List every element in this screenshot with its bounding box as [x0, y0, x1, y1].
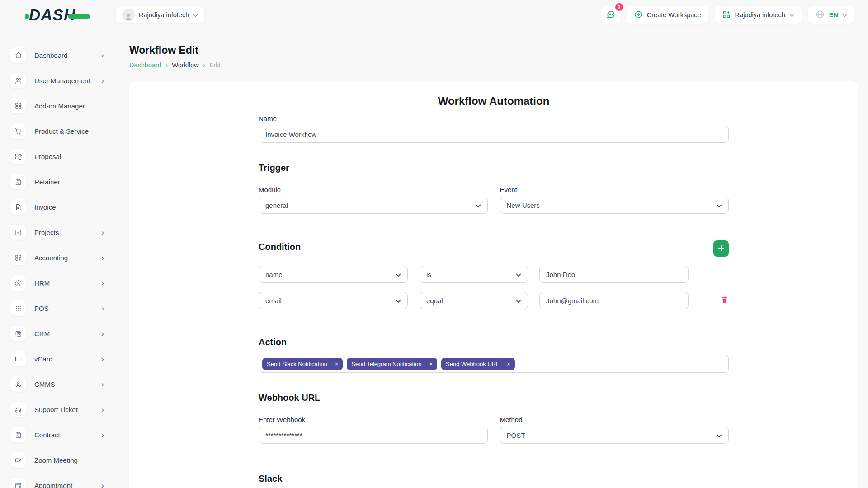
grid-icon [10, 98, 26, 113]
condition-operator-select[interactable]: is [420, 266, 528, 283]
chevron-down-icon [717, 202, 722, 209]
slack-heading: Slack [259, 474, 729, 484]
chevron-right-icon: › [101, 254, 104, 262]
chevron-right-icon: › [101, 52, 104, 59]
close-icon[interactable]: × [335, 361, 339, 367]
sidebar-item-invoice[interactable]: Invoice › [0, 194, 118, 220]
action-multiselect[interactable]: Send Slack Notification × Send Telegram … [259, 355, 729, 373]
sidebar-item-label: Accounting [34, 254, 68, 262]
sidebar-item-zoom-meeting[interactable]: Zoom Meeting › [0, 447, 118, 473]
event-select[interactable]: New Users [500, 197, 729, 214]
sidebar-item-label: HRM [34, 279, 50, 287]
grid-plus-icon [10, 250, 26, 265]
close-icon[interactable]: × [429, 361, 433, 367]
workspace-menu-button[interactable]: Rajodiya infotech [715, 6, 802, 24]
sidebar-item-label: Appointment [34, 482, 72, 488]
sidebar-item-label: Projects [34, 229, 59, 236]
logo-dot [25, 14, 29, 19]
chevron-right-icon: › [101, 431, 104, 439]
sidebar-item-label: CMMS [34, 380, 55, 388]
sidebar-nav: Dashboard › User Management › Add-on Man… [0, 30, 118, 488]
users-icon [10, 73, 26, 88]
sidebar-item-label: Add-on Manager [34, 102, 85, 110]
breadcrumb-workflow[interactable]: Workflow [172, 61, 198, 69]
topbar: DASH Rajodiya infotech 0 [0, 0, 868, 30]
chevron-right-icon: › [101, 380, 104, 388]
module-label: Module [259, 186, 488, 193]
workspace-grid-icon [722, 10, 731, 20]
chevron-down-icon [789, 11, 794, 19]
delete-condition-button[interactable] [721, 296, 729, 305]
workspace-menu-label: Rajodiya infotech [735, 11, 785, 19]
floppy-icon [10, 427, 26, 442]
sidebar-item-dashboard[interactable]: Dashboard › [0, 42, 118, 68]
method-select-value: POST [507, 432, 525, 439]
module-select[interactable]: general [259, 197, 488, 214]
create-workspace-button[interactable]: Create Workspace [627, 6, 708, 24]
sidebar-item-crm[interactable]: CRM › [0, 321, 118, 346]
sidebar-item-accounting[interactable]: Accounting › [0, 245, 118, 270]
webhook-input[interactable] [259, 427, 488, 444]
sidebar-item-label: User Management [34, 77, 90, 84]
module-select-value: general [265, 202, 288, 209]
chevron-right-icon: › [101, 305, 104, 312]
trigger-heading: Trigger [259, 163, 729, 173]
language-label: EN [829, 11, 838, 19]
sidebar-item-label: POS [34, 305, 49, 312]
event-label: Event [500, 186, 729, 193]
method-select[interactable]: POST [500, 427, 729, 444]
chevron-down-icon [396, 297, 401, 305]
condition-field-select[interactable]: name [259, 266, 408, 283]
chevron-right-icon: › [101, 482, 104, 488]
workflow-card: Workflow Automation Name Trigger Module … [129, 81, 858, 488]
condition-rows: name is email equal [259, 266, 729, 309]
plus-circle-icon [634, 10, 643, 20]
user-avatar-icon [122, 9, 135, 21]
sidebar-item-label: Support Ticket [34, 406, 78, 413]
chevron-right-icon: › [101, 330, 104, 338]
logo-dash [68, 14, 90, 19]
notifications-button[interactable]: 0 [601, 6, 620, 24]
sidebar-item-retainer[interactable]: Retainer › [0, 169, 118, 194]
sidebar-item-support-ticket[interactable]: Support Ticket › [0, 397, 118, 422]
action-heading: Action [259, 337, 729, 347]
floppy-icon [10, 174, 26, 189]
chevron-right-icon: › [101, 279, 104, 287]
condition-operator-select[interactable]: equal [420, 292, 528, 309]
copy-window-icon [10, 326, 26, 341]
condition-value-input[interactable] [539, 292, 689, 309]
user-scan-icon [10, 275, 26, 291]
condition-value-input[interactable] [539, 266, 689, 283]
language-selector[interactable]: EN [808, 6, 854, 24]
action-tag-send-slack-notification: Send Slack Notification × [262, 358, 343, 370]
breadcrumb-dashboard[interactable]: Dashboard [129, 61, 161, 69]
sidebar-item-product-service[interactable]: Product & Service › [0, 118, 118, 144]
sidebar-item-cmms[interactable]: CMMS › [0, 371, 118, 397]
breadcrumb: Dashboard›Workflow›Edit [129, 61, 858, 69]
sidebar-item-appointment[interactable]: Appointment › [0, 473, 118, 488]
chevron-down-icon [842, 11, 847, 19]
trash-icon [721, 299, 729, 305]
sidebar-item-hrm[interactable]: HRM › [0, 270, 118, 296]
workspace-selector[interactable]: Rajodiya infotech [116, 6, 204, 23]
sidebar-item-vcard[interactable]: vCard › [0, 346, 118, 371]
sidebar-item-pos[interactable]: POS › [0, 296, 118, 321]
chevron-down-icon [717, 432, 722, 439]
condition-heading: Condition [259, 242, 301, 252]
sidebar-item-user-management[interactable]: User Management › [0, 68, 118, 93]
topbar-actions: 0 Create Workspace Rajodiya infotech [601, 6, 854, 24]
sidebar-item-contract[interactable]: Contract › [0, 422, 118, 447]
name-input[interactable] [259, 126, 729, 143]
sidebar-item-label: Retainer [34, 178, 60, 186]
close-icon[interactable]: × [507, 361, 510, 367]
calendar-icon [10, 478, 26, 488]
swap-boxes-icon [10, 149, 26, 164]
sidebar-item-proposal[interactable]: Proposal › [0, 144, 118, 169]
webhook-heading: Webhook URL [259, 393, 729, 403]
sidebar-item-projects[interactable]: Projects › [0, 220, 118, 245]
condition-field-select[interactable]: email [259, 292, 408, 309]
sidebar-item-add-on-manager[interactable]: Add-on Manager › [0, 93, 118, 118]
sidebar-item-label: Invoice [34, 203, 56, 211]
add-condition-button[interactable] [713, 240, 729, 257]
dash-logo: DASH [29, 6, 97, 24]
